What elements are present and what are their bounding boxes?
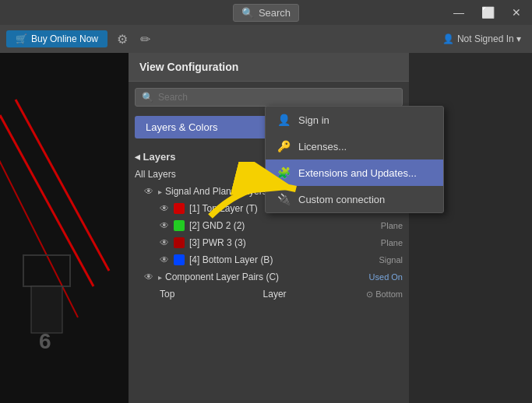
layer-bottom-row[interactable]: 👁 [4] Bottom Layer (B) Signal xyxy=(129,251,409,268)
toolbar: 🛒 Buy Online Now ⚙ ✏ 👤 Not Signed In ▾ xyxy=(0,25,532,53)
layer-pwr3-name: [3] PWR 3 (3) xyxy=(189,237,381,248)
signin-icon: 👤 xyxy=(277,113,291,127)
search-input-container[interactable]: 🔍 xyxy=(135,88,403,107)
top-label: Top xyxy=(160,289,263,300)
custom-label: Custom connection xyxy=(298,194,385,205)
search-input[interactable] xyxy=(158,92,396,103)
extensions-icon: 🧩 xyxy=(277,166,291,180)
menu-item-signin[interactable]: 👤 Sign in xyxy=(266,107,443,133)
component-layer-pairs-row[interactable]: 👁 ▸ Component Layer Pairs (C) Used On xyxy=(129,268,409,286)
extensions-label: Extensions and Updates... xyxy=(298,167,417,179)
component-pairs-badge[interactable]: Used On xyxy=(369,272,403,282)
licenses-label: Licenses... xyxy=(298,141,347,152)
window-controls: — ⬜ ✕ xyxy=(449,5,526,20)
close-button[interactable]: ✕ xyxy=(507,5,526,20)
eye-icon-signal-plane[interactable]: 👁 xyxy=(144,186,153,197)
triangle-comp-pairs: ▸ xyxy=(158,273,162,282)
account-icon: 👤 xyxy=(442,33,454,44)
account-menu-button[interactable]: 👤 Not Signed In ▾ xyxy=(438,30,526,47)
title-bar: 🔍 Search — ⬜ ✕ xyxy=(0,0,532,25)
eye-icon-gnd2[interactable]: 👁 xyxy=(160,220,169,231)
layer-label: Layer xyxy=(263,289,367,300)
eye-icon-pwr3[interactable]: 👁 xyxy=(160,237,169,248)
buy-icon: 🛒 xyxy=(16,33,27,44)
buy-online-button[interactable]: 🛒 Buy Online Now xyxy=(6,30,107,47)
custom-icon: 🔌 xyxy=(277,192,291,206)
svg-text:6: 6 xyxy=(39,329,51,353)
licenses-icon: 🔑 xyxy=(277,139,291,153)
layer-pwr3-type: Plane xyxy=(381,238,403,247)
search-icon: 🔍 xyxy=(241,7,254,19)
main-area: 6 View Configuration 🔍 Layers & Colors ◂… xyxy=(0,53,532,403)
menu-item-extensions[interactable]: 🧩 Extensions and Updates... xyxy=(266,159,443,186)
search-icon: 🔍 xyxy=(142,92,153,103)
pen-icon[interactable]: ✏ xyxy=(137,30,153,48)
color-swatch-pwr3 xyxy=(174,237,185,248)
account-dropdown-menu: 👤 Sign in 🔑 Licenses... 🧩 Extensions and… xyxy=(265,106,444,213)
minimize-button[interactable]: — xyxy=(449,5,469,20)
menu-item-custom[interactable]: 🔌 Custom connection xyxy=(266,186,443,212)
layer-gnd2-row[interactable]: 👁 [2] GND 2 (2) Plane xyxy=(129,217,409,234)
triangle-icon-signal-plane: ▸ xyxy=(158,187,162,196)
color-swatch-top xyxy=(174,203,185,214)
panel-title: View Configuration xyxy=(129,53,409,82)
pcb-view: 6 xyxy=(0,53,129,403)
layer-bottom-type: Signal xyxy=(379,255,403,265)
signin-label: Sign in xyxy=(298,114,329,126)
not-signed-in-label: Not Signed In ▾ xyxy=(457,33,521,44)
color-swatch-gnd2 xyxy=(174,220,185,231)
component-pairs-name: Component Layer Pairs (C) xyxy=(165,272,369,282)
color-swatch-bottom xyxy=(174,254,185,265)
layer-gnd2-name: [2] GND 2 (2) xyxy=(189,220,381,231)
title-search-box[interactable]: 🔍 Search xyxy=(233,4,299,22)
layer-top-comp-row[interactable]: Top Layer ⊙ Bottom xyxy=(129,286,409,303)
layer-bottom-name: [4] Bottom Layer (B) xyxy=(189,254,379,265)
title-search-label: Search xyxy=(259,7,291,19)
buy-label: Buy Online Now xyxy=(31,33,98,44)
eye-icon-bottom[interactable]: 👁 xyxy=(160,254,169,265)
bottom-label: ⊙ Bottom xyxy=(366,289,403,300)
settings-icon[interactable]: ⚙ xyxy=(114,30,131,48)
restore-button[interactable]: ⬜ xyxy=(477,5,499,20)
layer-gnd2-type: Plane xyxy=(381,221,403,230)
menu-item-licenses[interactable]: 🔑 Licenses... xyxy=(266,133,443,159)
svg-rect-5 xyxy=(31,286,62,333)
layer-pwr3-row[interactable]: 👁 [3] PWR 3 (3) Plane xyxy=(129,234,409,251)
eye-icon-comp-pairs[interactable]: 👁 xyxy=(144,272,153,282)
eye-icon-top[interactable]: 👁 xyxy=(160,203,169,214)
